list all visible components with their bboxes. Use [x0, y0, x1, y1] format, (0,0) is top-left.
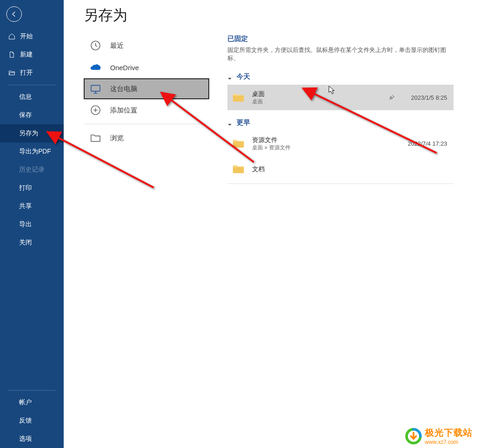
sidebar-item-save[interactable]: 保存: [0, 106, 64, 124]
file-icon: [8, 51, 15, 58]
locations-separator: [84, 124, 202, 124]
sidebar-item-label: 信息: [19, 93, 32, 101]
sidebar-item-label: 新建: [20, 51, 33, 59]
back-button[interactable]: [6, 6, 22, 22]
sidebar-item-print[interactable]: 打印: [0, 179, 64, 197]
sidebar-item-label: 保存: [19, 111, 32, 119]
sidebar-item-label: 历史记录: [19, 166, 45, 174]
sidebar-item-info[interactable]: 信息: [0, 88, 64, 106]
sidebar-item-label: 另存为: [19, 129, 38, 137]
sidebar-item-exportpdf[interactable]: 导出为PDF: [0, 143, 64, 161]
location-label: 浏览: [110, 134, 124, 143]
sidebar-item-account[interactable]: 帐户: [0, 393, 64, 412]
location-onedrive[interactable]: OneDrive: [84, 56, 209, 78]
group-title: 今天: [237, 72, 250, 81]
location-thispc[interactable]: 这台电脑: [84, 78, 209, 99]
folder-name: 资源文件: [252, 136, 402, 144]
folder-icon: [231, 162, 246, 176]
recent-folders-pane: 已固定 固定所需文件夹，方便以后查找。鼠标悬停在某个文件夹上方时，单击显示的图钉…: [209, 35, 479, 448]
sidebar-item-new[interactable]: 新建: [0, 46, 64, 64]
sidebar: 开始 新建 打开 信息 保存 另存为 导出为PDF 历史记录: [0, 0, 64, 448]
sidebar-item-saveas[interactable]: 另存为: [0, 124, 64, 143]
folder-icon: [231, 90, 246, 105]
home-icon: [8, 33, 15, 40]
group-header-today[interactable]: 今天: [227, 72, 454, 81]
location-browse[interactable]: 浏览: [84, 127, 209, 149]
sidebar-separator: [8, 85, 55, 85]
folder-date: 2022/7/4 17:23: [408, 140, 447, 147]
this-pc-icon: [89, 82, 102, 95]
location-label: 添加位置: [110, 106, 137, 115]
sidebar-item-options[interactable]: 选项: [0, 430, 64, 448]
sidebar-item-share[interactable]: 共享: [0, 197, 64, 215]
sidebar-item-label: 反馈: [19, 417, 32, 425]
location-label: 最近: [110, 41, 124, 50]
watermark-url: www.xz7.com: [425, 439, 473, 445]
pinned-heading: 已固定: [227, 35, 454, 43]
sidebar-item-label: 打印: [19, 184, 32, 192]
location-recent[interactable]: 最近: [84, 35, 209, 56]
locations-list: 最近 OneDrive 这台电脑: [84, 35, 209, 448]
svg-rect-1: [91, 85, 100, 91]
list-separator: [227, 183, 454, 184]
sidebar-item-label: 选项: [19, 435, 32, 443]
folder-path: 桌面 » 资源文件: [252, 144, 402, 151]
folder-row-resources[interactable]: 资源文件 桌面 » 资源文件 2022/7/4 17:23: [227, 131, 454, 156]
sidebar-item-export[interactable]: 导出: [0, 215, 64, 234]
sidebar-item-label: 共享: [19, 202, 32, 210]
folder-date: 2023/1/5 8:25: [411, 94, 447, 101]
sidebar-item-label: 导出为PDF: [19, 148, 51, 156]
pinned-description: 固定所需文件夹，方便以后查找。鼠标悬停在某个文件夹上方时，单击显示的图钉图标。: [227, 46, 454, 62]
group-header-earlier[interactable]: 更早: [227, 118, 454, 127]
watermark: 极光下载站 www.xz7.com: [405, 427, 473, 445]
sidebar-item-label: 开始: [20, 32, 33, 41]
sidebar-item-open[interactable]: 打开: [0, 64, 64, 82]
location-label: 这台电脑: [110, 85, 137, 93]
sidebar-item-feedback[interactable]: 反馈: [0, 412, 64, 430]
watermark-logo-icon: [405, 428, 422, 445]
sidebar-separator: [8, 390, 55, 391]
watermark-title: 极光下载站: [425, 427, 473, 439]
browse-folder-icon: [89, 132, 102, 144]
folder-path: 桌面: [252, 98, 388, 105]
onedrive-icon: [89, 61, 102, 74]
sidebar-item-home[interactable]: 开始: [0, 27, 64, 46]
location-addplace[interactable]: 添加位置: [84, 99, 209, 121]
open-folder-icon: [8, 69, 15, 76]
sidebar-item-label: 导出: [19, 220, 32, 229]
main-area: 另存为 最近 OneDrive: [64, 0, 479, 448]
folder-name: 桌面: [252, 90, 388, 98]
page-title: 另存为: [64, 0, 479, 35]
sidebar-item-label: 打开: [20, 69, 33, 77]
folder-row-documents[interactable]: 文档: [227, 156, 454, 182]
sidebar-item-close[interactable]: 关闭: [0, 234, 64, 252]
folder-row-desktop[interactable]: 桌面 桌面 2023/1/5 8:25: [227, 85, 454, 110]
folder-name: 文档: [252, 165, 447, 173]
chevron-down-icon: [227, 75, 232, 79]
sidebar-item-label: 关闭: [19, 239, 32, 247]
add-location-icon: [89, 104, 102, 117]
clock-icon: [89, 39, 102, 52]
group-title: 更早: [237, 118, 250, 127]
pin-icon[interactable]: [388, 94, 395, 101]
sidebar-item-history: 历史记录: [0, 161, 64, 179]
chevron-down-icon: [227, 121, 232, 125]
location-label: OneDrive: [110, 64, 139, 71]
sidebar-item-label: 帐户: [19, 398, 32, 407]
folder-icon: [231, 136, 246, 151]
